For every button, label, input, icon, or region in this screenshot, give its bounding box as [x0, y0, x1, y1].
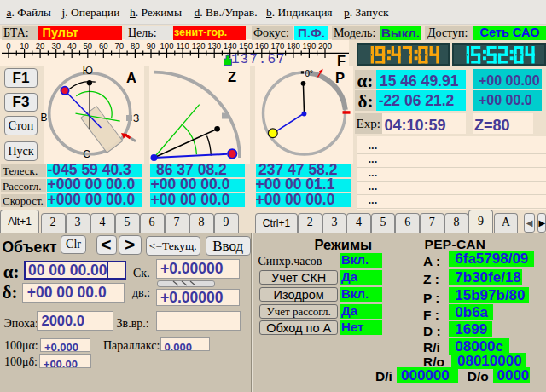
svg-text:З: З — [133, 112, 139, 124]
svg-text:180: 180 — [287, 41, 300, 50]
svg-text:140: 140 — [224, 41, 237, 50]
svg-text:В: В — [41, 112, 48, 124]
svg-text:190: 190 — [302, 41, 316, 50]
svg-text:А: А — [126, 70, 136, 85]
svg-text:50: 50 — [84, 41, 93, 50]
svg-text:С: С — [83, 148, 90, 160]
svg-text:70: 70 — [115, 41, 125, 50]
svg-text:200: 200 — [318, 41, 332, 50]
svg-text:0°: 0° — [305, 69, 314, 78]
svg-text:10: 10 — [20, 41, 29, 50]
svg-text:100: 100 — [160, 41, 174, 50]
svg-text:90: 90 — [147, 41, 156, 50]
svg-text:80: 80 — [131, 41, 140, 50]
svg-text:20: 20 — [36, 41, 45, 50]
svg-text:40: 40 — [67, 41, 77, 50]
svg-text:0: 0 — [6, 41, 10, 50]
svg-text:Ю: Ю — [83, 65, 93, 77]
svg-text:150: 150 — [239, 41, 253, 50]
svg-text:170: 170 — [270, 41, 284, 50]
svg-text:110: 110 — [177, 41, 189, 50]
svg-text:30: 30 — [51, 41, 61, 50]
svg-text:60: 60 — [99, 41, 108, 50]
svg-text:Z: Z — [228, 69, 236, 84]
svg-text:120: 120 — [192, 41, 206, 50]
svg-text:160: 160 — [255, 41, 269, 50]
svg-text:130: 130 — [207, 41, 221, 50]
